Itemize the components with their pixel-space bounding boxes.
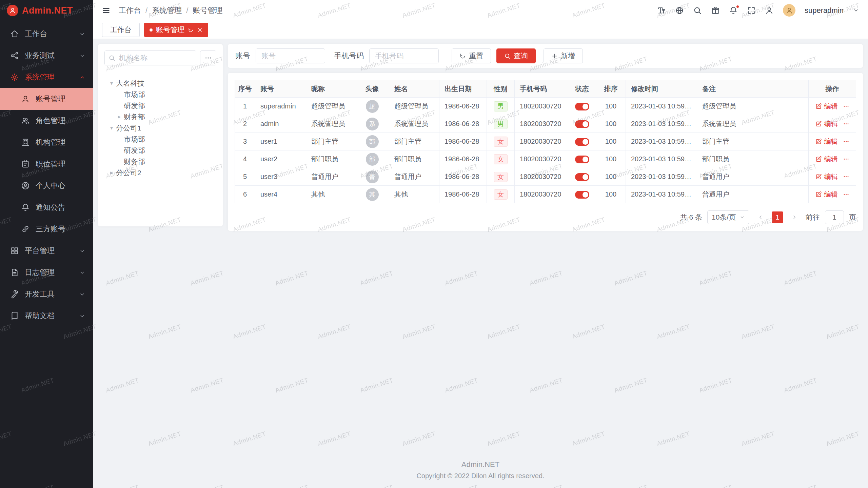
more-actions-icon[interactable] bbox=[843, 121, 849, 127]
sidebar-item-help-docs[interactable]: 帮助文档 bbox=[0, 305, 93, 327]
table-row: 2 admin 系统管理员 系 系统管理员 1986-06-28 男 18020… bbox=[235, 115, 856, 133]
avatar: 普 bbox=[366, 170, 379, 183]
sidebar-item-notice[interactable]: 通知公告 bbox=[0, 197, 93, 218]
org-tree-panel: ▾ 大名科技 市场部 研发部 ▸ 财务部 bbox=[98, 44, 223, 226]
caret-collapsed-icon[interactable]: ▸ bbox=[107, 169, 116, 176]
sidebar-item-account-management[interactable]: 账号管理 bbox=[0, 88, 93, 110]
bell-icon bbox=[21, 203, 30, 212]
notification-badge-dot bbox=[736, 5, 739, 8]
pagination: 共 6 条 10条/页 1 前往 页 bbox=[235, 210, 856, 224]
sidebar-item-org-management[interactable]: 机构管理 bbox=[0, 131, 93, 153]
search-button[interactable]: 查询 bbox=[496, 48, 536, 63]
search-icon[interactable] bbox=[693, 6, 702, 15]
tree-node-collapsed[interactable]: ▸ 分公司2 bbox=[104, 167, 216, 178]
avatar[interactable] bbox=[783, 4, 795, 17]
sidebar-item-personal-center[interactable]: 个人中心 bbox=[0, 175, 93, 197]
tab-workbench[interactable]: 工作台 bbox=[102, 23, 140, 37]
sidebar-item-workbench[interactable]: 工作台 bbox=[0, 23, 93, 45]
theme-gift-icon[interactable] bbox=[711, 6, 720, 15]
status-toggle[interactable] bbox=[575, 138, 589, 146]
tree-node-leaf[interactable]: 市场部 bbox=[104, 89, 216, 100]
edit-button[interactable]: 编辑 bbox=[815, 119, 838, 128]
prev-page-button[interactable] bbox=[754, 211, 767, 223]
chevron-down-icon bbox=[739, 215, 745, 220]
sidebar-item-dev-tools[interactable]: 开发工具 bbox=[0, 283, 93, 305]
page-size-select[interactable]: 10条/页 bbox=[707, 210, 749, 224]
org-more-button[interactable] bbox=[200, 50, 216, 65]
goto-page-input[interactable] bbox=[825, 210, 844, 224]
notification-bell-icon[interactable] bbox=[729, 6, 738, 15]
arrow-right-icon bbox=[791, 214, 797, 220]
hamburger-menu-icon[interactable] bbox=[102, 6, 111, 15]
more-actions-icon[interactable] bbox=[843, 174, 849, 180]
next-page-button[interactable] bbox=[788, 211, 801, 223]
topbar-actions: superadmin bbox=[657, 4, 859, 17]
breadcrumb-item[interactable]: 工作台 bbox=[119, 5, 141, 16]
page-number-current[interactable]: 1 bbox=[772, 211, 783, 223]
main-area: 工作台 / 系统管理 / 账号管理 superadmin bbox=[93, 0, 868, 488]
edit-button[interactable]: 编辑 bbox=[815, 102, 838, 111]
tree-node-root[interactable]: ▾ 大名科技 bbox=[104, 78, 216, 89]
tab-account-management[interactable]: 账号管理 bbox=[144, 23, 208, 37]
tree-node-collapsed[interactable]: ▸ 财务部 bbox=[104, 111, 216, 122]
top-bar: 工作台 / 系统管理 / 账号管理 superadmin bbox=[93, 0, 868, 21]
status-toggle[interactable] bbox=[575, 103, 589, 110]
more-actions-icon[interactable] bbox=[843, 103, 849, 109]
sidebar-item-platform-management[interactable]: 平台管理 bbox=[0, 240, 93, 262]
profile-icon[interactable] bbox=[765, 6, 774, 15]
caret-collapsed-icon[interactable]: ▸ bbox=[115, 113, 124, 120]
username[interactable]: superadmin bbox=[805, 6, 844, 15]
close-tab-icon[interactable] bbox=[197, 27, 203, 33]
fullscreen-icon[interactable] bbox=[747, 6, 756, 15]
sidebar-item-role-management[interactable]: 角色管理 bbox=[0, 110, 93, 131]
sex-badge: 男 bbox=[494, 101, 508, 111]
status-toggle[interactable] bbox=[575, 173, 589, 181]
status-toggle[interactable] bbox=[575, 120, 589, 128]
sex-badge: 女 bbox=[494, 189, 508, 200]
edit-button[interactable]: 编辑 bbox=[815, 137, 838, 146]
edit-button[interactable]: 编辑 bbox=[815, 172, 838, 181]
wrench-icon bbox=[10, 290, 19, 299]
app-root: Admin.NET 工作台 业务测试 系统管理 账号管理 bbox=[0, 0, 868, 488]
chevron-down-icon bbox=[79, 269, 85, 276]
status-toggle[interactable] bbox=[575, 156, 589, 163]
sidebar-item-system-management[interactable]: 系统管理 bbox=[0, 66, 93, 88]
search-icon bbox=[504, 53, 511, 59]
language-icon[interactable] bbox=[675, 6, 684, 15]
tree-node-leaf[interactable]: 市场部 bbox=[104, 134, 216, 145]
tree-node-leaf[interactable]: 研发部 bbox=[104, 145, 216, 156]
avatar: 其 bbox=[366, 188, 379, 201]
refresh-tab-icon[interactable] bbox=[188, 27, 194, 33]
phone-label: 手机号码 bbox=[334, 51, 364, 61]
more-actions-icon[interactable] bbox=[843, 191, 849, 198]
tree-node-root[interactable]: ▾ 分公司1 bbox=[104, 122, 216, 134]
tree-node-leaf[interactable]: 研发部 bbox=[104, 100, 216, 111]
caret-expanded-icon[interactable]: ▾ bbox=[107, 80, 116, 87]
reset-button[interactable]: 重置 bbox=[452, 48, 491, 63]
page-footer: Admin.NET Copyright © 2022 Dilon All rig… bbox=[93, 457, 868, 488]
org-tree: ▾ 大名科技 市场部 研发部 ▸ 财务部 bbox=[104, 78, 216, 178]
caret-expanded-icon[interactable]: ▾ bbox=[107, 124, 116, 131]
edit-button[interactable]: 编辑 bbox=[815, 155, 838, 164]
add-button[interactable]: 新增 bbox=[544, 48, 583, 63]
edit-button[interactable]: 编辑 bbox=[815, 190, 838, 199]
status-toggle[interactable] bbox=[575, 191, 589, 199]
account-input[interactable] bbox=[256, 48, 325, 63]
breadcrumb-item[interactable]: 系统管理 bbox=[152, 5, 182, 16]
font-size-icon[interactable] bbox=[657, 6, 666, 15]
sidebar-item-third-party-account[interactable]: 三方账号 bbox=[0, 218, 93, 240]
sidebar-item-business-test[interactable]: 业务测试 bbox=[0, 45, 93, 66]
sidebar-item-log-management[interactable]: 日志管理 bbox=[0, 262, 93, 283]
phone-input[interactable] bbox=[369, 48, 439, 63]
org-name-search-input[interactable] bbox=[104, 50, 196, 65]
chevron-down-icon bbox=[79, 31, 85, 37]
more-actions-icon[interactable] bbox=[843, 138, 849, 145]
query-bar: 账号 手机号码 重置 查询 新增 bbox=[228, 44, 863, 68]
page-unit-label: 页 bbox=[849, 212, 856, 222]
tree-node-leaf[interactable]: 财务部 bbox=[104, 156, 216, 167]
chevron-down-icon[interactable] bbox=[853, 7, 859, 14]
more-actions-icon[interactable] bbox=[843, 156, 849, 162]
sidebar: Admin.NET 工作台 业务测试 系统管理 账号管理 bbox=[0, 0, 93, 488]
logo[interactable]: Admin.NET bbox=[0, 0, 93, 21]
sidebar-item-position-management[interactable]: 职位管理 bbox=[0, 153, 93, 175]
